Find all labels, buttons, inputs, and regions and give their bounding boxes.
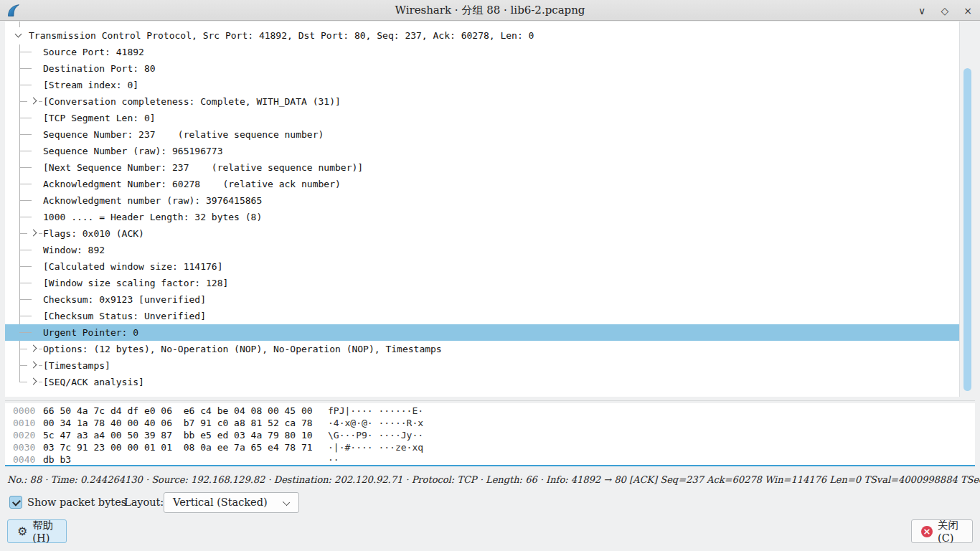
tree-branch-line xyxy=(19,134,32,135)
hex-ascii[interactable]: ·4·x@·@· ·····R·x xyxy=(328,417,423,429)
show-packet-bytes-option[interactable]: Show packet bytes xyxy=(9,496,126,509)
layout-select-value: Vertical (Stacked) xyxy=(173,493,268,512)
tree-row-label: [Timestamps] xyxy=(43,357,110,374)
tree-row-label: [Stream index: 0] xyxy=(43,77,138,93)
tree-branch-line xyxy=(19,200,32,201)
tree-row[interactable]: Acknowledgment number (raw): 3976415865 xyxy=(5,192,959,209)
hex-ascii[interactable]: ·|·#···· ···ze·xq xyxy=(328,441,423,453)
show-packet-bytes-label: Show packet bytes xyxy=(27,496,126,508)
tree-row[interactable]: Flags: 0x010 (ACK) xyxy=(5,225,959,242)
tree-branch-line xyxy=(19,118,32,118)
tree-row-label: Acknowledgment Number: 60278 (relative a… xyxy=(43,176,341,192)
hex-offset: 0000 xyxy=(13,405,35,417)
tree-row[interactable]: [SEQ/ACK analysis] xyxy=(5,374,959,390)
tree-branch-line xyxy=(19,68,32,69)
tree-row[interactable]: [TCP Segment Len: 0] xyxy=(5,110,959,126)
minimize-icon[interactable]: ∨ xyxy=(915,5,928,17)
hex-bytes[interactable]: db b3 xyxy=(43,453,71,465)
hex-ascii[interactable]: \G···P9· ····Jy·· xyxy=(328,429,423,441)
tree-row-label: Sequence Number (raw): 965196773 xyxy=(43,143,222,159)
expander-chevron-icon[interactable] xyxy=(15,31,22,38)
tree-row[interactable]: Destination Port: 80 xyxy=(5,60,959,77)
tree-row[interactable]: Source Port: 41892 xyxy=(5,44,959,60)
tree-row[interactable]: Sequence Number (raw): 965196773 xyxy=(5,143,959,159)
tree-row[interactable]: [Conversation completeness: Complete, WI… xyxy=(5,93,959,110)
tree-branch-line xyxy=(39,365,42,366)
expander-chevron-icon[interactable] xyxy=(30,362,37,369)
tree-row[interactable]: Transmission Control Protocol, Src Port:… xyxy=(5,27,959,44)
tree-row[interactable]: [Calculated window size: 114176] xyxy=(5,258,959,275)
hex-row[interactable]: 0000 66 50 4a 7c d4 df e0 06 e6 c4 be 04… xyxy=(5,405,975,417)
help-button[interactable]: ⚙ 帮助(H) xyxy=(7,519,67,543)
hex-row[interactable]: 0030 03 7c 91 23 00 00 01 01 08 0a ee 7a… xyxy=(5,441,975,453)
hex-bytes[interactable]: 66 50 4a 7c d4 df e0 06 e6 c4 be 04 08 0… xyxy=(43,405,313,417)
close-button[interactable]: 关闭(C) xyxy=(911,519,973,543)
tree-row-label: [SEQ/ACK analysis] xyxy=(43,374,144,390)
pane-separator xyxy=(5,400,975,401)
tree-row[interactable]: [Window size scaling factor: 128] xyxy=(5,275,959,291)
dialog-footer: ⚙ 帮助(H) 关闭(C) xyxy=(0,519,980,544)
tree-row-label: Sequence Number: 237 (relative sequence … xyxy=(43,126,324,143)
expander-chevron-icon[interactable] xyxy=(30,378,37,385)
chevron-down-icon xyxy=(283,499,290,506)
tree-row[interactable]: Sequence Number: 237 (relative sequence … xyxy=(5,126,959,143)
tree-scrollbar-track[interactable] xyxy=(959,22,975,397)
tree-row-label: Window: 892 xyxy=(43,242,105,258)
tree-branch-line xyxy=(19,85,32,85)
titlebar: Wireshark · 分组 88 · lib6-2.pcapng ∨ ◇ × xyxy=(0,0,980,21)
help-gear-icon: ⚙ xyxy=(17,526,27,537)
tree-branch-line xyxy=(19,250,32,250)
layout-select[interactable]: Vertical (Stacked) xyxy=(164,492,299,513)
show-packet-bytes-checkbox[interactable] xyxy=(9,496,22,509)
hex-ascii[interactable]: fPJ|···· ······E· xyxy=(328,405,423,417)
expander-chevron-icon[interactable] xyxy=(30,345,37,352)
tree-branch-line xyxy=(19,365,27,366)
hex-ascii[interactable]: ·· xyxy=(328,453,339,465)
tree-row-label: Transmission Control Protocol, Src Port:… xyxy=(29,27,534,44)
hex-row[interactable]: 0020 5c 47 a3 a4 00 50 39 87 bb e5 ed 03… xyxy=(5,429,975,441)
tree-row[interactable]: [Checksum Status: Unverified] xyxy=(5,308,959,324)
tree-row[interactable]: [Stream index: 0] xyxy=(5,77,959,93)
packet-detail-tree: Transmission Control Protocol, Src Port:… xyxy=(5,22,975,397)
tree-row-label: Urgent Pointer: 0 xyxy=(43,324,138,341)
tree-branch-line xyxy=(19,349,27,349)
tree-row-label: [TCP Segment Len: 0] xyxy=(43,110,156,126)
tree-row[interactable]: Checksum: 0x9123 [unverified] xyxy=(5,291,959,308)
tree-row-label: [Calculated window size: 114176] xyxy=(43,258,222,275)
hex-bytes[interactable]: 03 7c 91 23 00 00 01 01 08 0a ee 7a 65 e… xyxy=(43,441,313,453)
tree-row[interactable]: [Next Sequence Number: 237 (relative seq… xyxy=(5,159,959,176)
tree-row[interactable]: 1000 .... = Header Length: 32 bytes (8) xyxy=(5,209,959,225)
packet-bytes-pane: 0000 66 50 4a 7c d4 df e0 06 e6 c4 be 04… xyxy=(5,403,975,465)
tree-branch-line xyxy=(19,283,32,283)
tree-row-label: Flags: 0x010 (ACK) xyxy=(43,225,144,242)
window-title: Wireshark · 分组 88 · lib6-2.pcapng xyxy=(0,0,980,21)
expander-chevron-icon[interactable] xyxy=(30,230,37,237)
tree-row-label: Source Port: 41892 xyxy=(43,44,144,60)
tree-branch-line xyxy=(19,101,27,102)
help-button-label: 帮助(H) xyxy=(32,519,57,544)
hex-offset: 0040 xyxy=(13,453,35,465)
tree-row[interactable]: [Timestamps] xyxy=(5,357,959,374)
tree-row-label: [Window size scaling factor: 128] xyxy=(43,275,228,291)
hex-offset: 0020 xyxy=(13,429,35,441)
tree-branch-line xyxy=(19,316,32,316)
close-icon[interactable]: × xyxy=(961,5,974,17)
tree-row[interactable]: Options: (12 bytes), No-Operation (NOP),… xyxy=(5,341,959,357)
hex-bytes[interactable]: 5c 47 a3 a4 00 50 39 87 bb e5 ed 03 4a 7… xyxy=(43,429,313,441)
tree-row-label: Acknowledgment number (raw): 3976415865 xyxy=(43,192,262,209)
hex-row[interactable]: 0010 00 34 1a 78 40 00 40 06 b7 91 c0 a8… xyxy=(5,417,975,429)
tree-scrollbar-thumb[interactable] xyxy=(963,68,971,391)
hex-row[interactable]: 0040 db b3 ·· xyxy=(5,453,975,465)
tree-branch-line xyxy=(19,233,27,234)
tree-branch-line xyxy=(19,52,32,52)
hex-bytes[interactable]: 00 34 1a 78 40 00 40 06 b7 91 c0 a8 81 5… xyxy=(43,417,313,429)
expander-chevron-icon[interactable] xyxy=(30,98,37,105)
tree-row[interactable]: Window: 892 xyxy=(5,242,959,258)
tree-branch-line xyxy=(19,167,32,168)
tree-branch-line xyxy=(19,184,32,184)
tree-row[interactable]: Acknowledgment Number: 60278 (relative a… xyxy=(5,176,959,192)
maximize-icon[interactable]: ◇ xyxy=(938,5,951,17)
tree-branch-line xyxy=(19,299,32,300)
tree-row[interactable]: Urgent Pointer: 0 xyxy=(5,324,959,341)
hex-offset: 0010 xyxy=(13,417,35,429)
